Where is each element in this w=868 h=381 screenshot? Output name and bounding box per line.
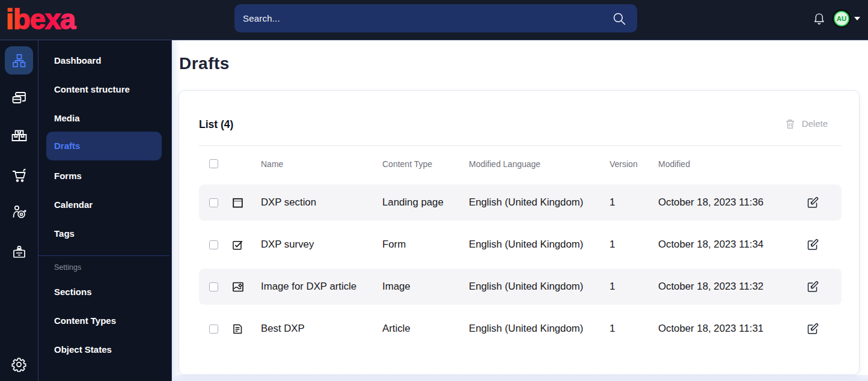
svg-text:ibexa: ibexa	[7, 7, 76, 34]
